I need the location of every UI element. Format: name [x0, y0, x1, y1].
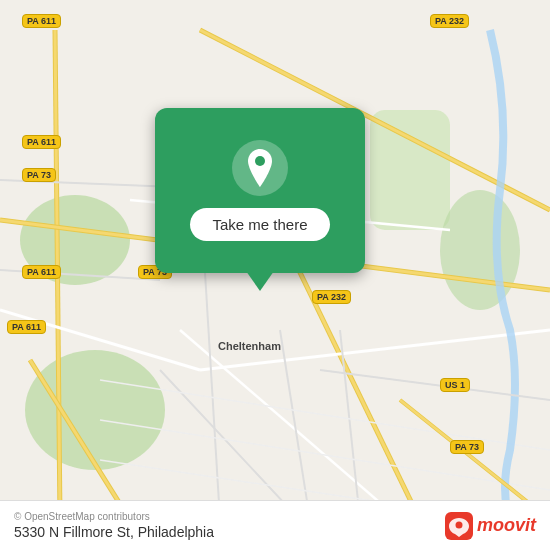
svg-line-21 [340, 330, 360, 520]
map-background [0, 0, 550, 550]
route-badge-pa611-bottom-left: PA 611 [22, 265, 61, 279]
address-section: © OpenStreetMap contributors 5330 N Fill… [14, 511, 214, 540]
svg-point-3 [440, 190, 520, 310]
route-badge-pa611-lower: PA 611 [7, 320, 46, 334]
route-badge-pa611-mid-left: PA 611 [22, 135, 61, 149]
bottom-bar: © OpenStreetMap contributors 5330 N Fill… [0, 500, 550, 550]
svg-line-13 [200, 330, 550, 370]
svg-point-30 [255, 156, 265, 166]
popup-card: Take me there [155, 108, 365, 273]
location-pin-icon [244, 149, 276, 187]
route-badge-pa73-left: PA 73 [22, 168, 56, 182]
take-me-there-button[interactable]: Take me there [190, 208, 329, 241]
svg-rect-2 [370, 110, 450, 230]
route-badge-pa73-bottom: PA 73 [450, 440, 484, 454]
svg-point-32 [455, 521, 462, 528]
route-badge-pa611-top-left: PA 611 [22, 14, 61, 28]
svg-line-23 [100, 420, 550, 490]
route-badge-pa232-lower: PA 232 [312, 290, 351, 304]
moovit-name: moovit [477, 515, 536, 536]
roads-svg [0, 0, 550, 550]
map-container: PA 611PA 232PA 611PA 73PA 232PA 73PA 232… [0, 0, 550, 550]
copyright-text: © OpenStreetMap contributors [14, 511, 214, 522]
svg-point-1 [25, 350, 165, 470]
location-icon-wrapper [232, 140, 288, 196]
address-text: 5330 N Fillmore St, Philadelphia [14, 524, 214, 540]
moovit-icon [445, 512, 473, 540]
route-badge-pa232-top-right: PA 232 [430, 14, 469, 28]
moovit-logo[interactable]: moovit [445, 512, 536, 540]
route-badge-us1-right: US 1 [440, 378, 470, 392]
